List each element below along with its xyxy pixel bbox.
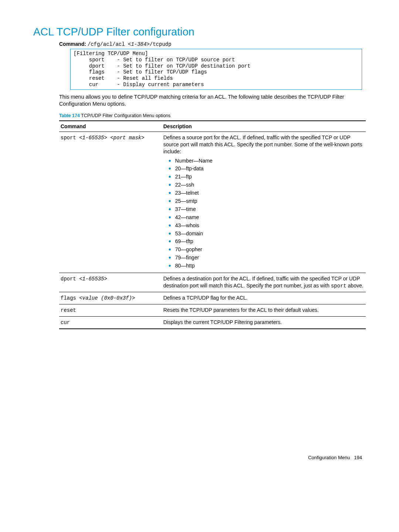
command-label: Command:: [59, 41, 86, 47]
footer-page: 194: [354, 455, 362, 460]
cmd-prefix: dport: [61, 276, 79, 282]
list-item: 43—whois: [168, 222, 364, 229]
list-item: 21—ftp: [168, 173, 364, 180]
cmd-prefix: reset: [61, 307, 76, 313]
menu-box: [Filtering TCP/UDP Menu] sport - Set to …: [70, 49, 362, 90]
cmd-prefix: cur: [61, 320, 70, 325]
table-caption: Table 174 TCP/UDP Filter Configuration M…: [59, 113, 366, 118]
desc: Resets the TCP/UDP parameters for the AC…: [162, 304, 366, 316]
cmd-arg: <value (0x0-0x3f)>: [79, 295, 135, 301]
list-item: 20—ftp-data: [168, 165, 364, 172]
desc-pre: Defines a source port for the ACL. If de…: [163, 134, 362, 154]
desc: Defines a TCP/UDP flag for the ACL.: [162, 292, 366, 304]
ports-list: Number—Name 20—ftp-data 21—ftp 22—ssh 23…: [168, 157, 364, 269]
table-caption-text: TCP/UDP Filter Configuration Menu option…: [81, 113, 170, 118]
desc-part: Defines a destination port for the ACL. …: [163, 276, 360, 289]
page-footer: Configuration Menu 194: [33, 455, 362, 460]
table-row: flags <value (0x0-0x3f)> Defines a TCP/U…: [59, 292, 366, 304]
list-item: 37—time: [168, 206, 364, 213]
list-item: 70—gopher: [168, 246, 364, 253]
cmd-prefix: sport: [61, 135, 79, 141]
list-item: 25—smtp: [168, 198, 364, 205]
header-description: Description: [162, 121, 366, 132]
table-row: reset Resets the TCP/UDP parameters for …: [59, 304, 366, 316]
command-arg: <1-384>: [128, 41, 150, 47]
list-item: 42—name: [168, 214, 364, 221]
footer-label: Configuration Menu: [308, 455, 350, 460]
desc-mono: sport: [331, 283, 347, 289]
header-command: Command: [59, 121, 162, 132]
list-item: 69—tftp: [168, 238, 364, 245]
list-item: 22—ssh: [168, 181, 364, 188]
list-item: 23—telnet: [168, 190, 364, 197]
list-item: 79—finger: [168, 254, 364, 261]
table-row: sport <1-65535> <port mask> Defines a so…: [59, 132, 366, 273]
options-table: Command Description sport <1-65535> <por…: [59, 120, 366, 329]
table-row: dport <1-65535> Defines a destination po…: [59, 273, 366, 292]
table-number: Table 174: [59, 113, 80, 118]
list-item: 80—http: [168, 262, 364, 269]
command-suffix: /tcpudp: [150, 41, 171, 47]
list-item: Number—Name: [168, 157, 364, 164]
cmd-arg: <1-65535>: [79, 276, 107, 282]
desc-part: above.: [347, 283, 364, 289]
cmd-prefix: flags: [61, 295, 79, 301]
intro-text: This menu allows you to define TCP/UDP m…: [59, 93, 362, 108]
list-item: 53—domain: [168, 230, 364, 237]
cmd-arg: <1-65535> <port mask>: [79, 135, 144, 141]
page-title: ACL TCP/UDP Filter configuration: [33, 26, 366, 38]
desc: Displays the current TCP/UDP Filtering p…: [162, 316, 366, 328]
table-row: cur Displays the current TCP/UDP Filteri…: [59, 316, 366, 328]
command-path: /cfg/acl/acl: [88, 41, 128, 47]
command-line: Command: /cfg/acl/acl <1-384>/tcpudp: [59, 41, 366, 47]
